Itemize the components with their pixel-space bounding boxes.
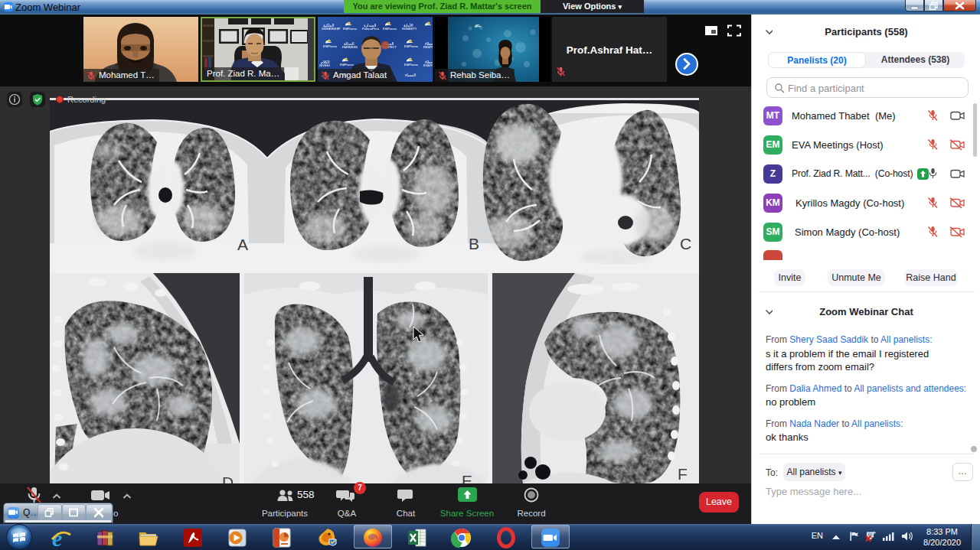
svg-text:EVAPharma: EVAPharma bbox=[340, 63, 354, 67]
svg-text:EVAPharma: EVAPharma bbox=[404, 63, 418, 67]
svg-text:EVAPharma: EVAPharma bbox=[343, 28, 357, 31]
svg-text:EVAPharma: EVAPharma bbox=[323, 45, 337, 48]
svg-text:EVAPharma: EVAPharma bbox=[383, 28, 397, 31]
svg-text:B: B bbox=[469, 235, 479, 252]
svg-text:E: E bbox=[462, 472, 472, 483]
svg-text:FAIRNESS: FAIRNESS bbox=[342, 45, 358, 49]
svg-text:RESPECT: RESPECT bbox=[423, 45, 433, 49]
svg-text:A: A bbox=[237, 236, 248, 253]
svg-text:PatientFirst: PatientFirst bbox=[362, 27, 380, 31]
svg-text:GIVING: GIVING bbox=[319, 63, 330, 67]
svg-text:C: C bbox=[680, 235, 691, 252]
svg-text:HONESTY: HONESTY bbox=[402, 27, 417, 31]
svg-text:EVAPh: EVAPh bbox=[423, 63, 433, 67]
svg-text:EVAPharma: EVAPharma bbox=[404, 45, 418, 48]
svg-text:المساء: المساء bbox=[405, 73, 416, 77]
svg-text:D: D bbox=[222, 474, 234, 483]
svg-text:OWNERSHIP: OWNERSHIP bbox=[322, 27, 341, 31]
svg-text:F: F bbox=[678, 465, 688, 483]
